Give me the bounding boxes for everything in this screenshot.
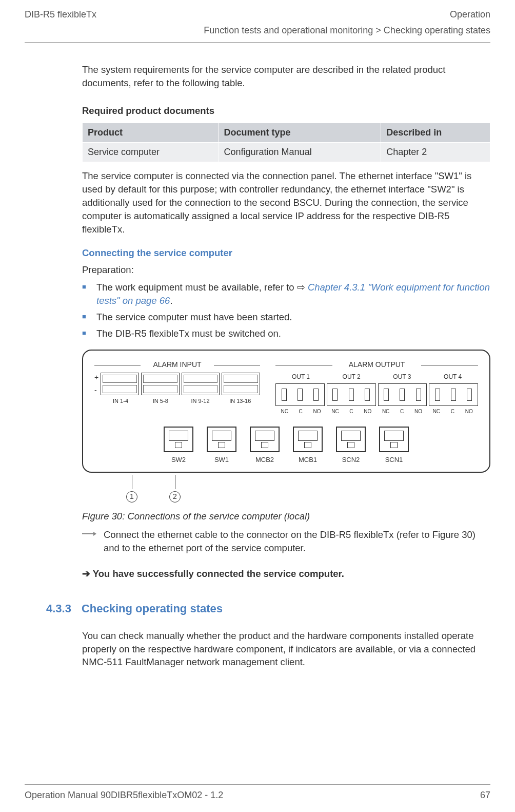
- relay-label: NC: [281, 408, 288, 415]
- port-label: MCB1: [299, 456, 317, 463]
- section-heading-433: 4.3.3 Checking operating states: [46, 601, 490, 617]
- alarm-output-label: ALARM OUTPUT: [275, 360, 478, 370]
- callout-2: 2: [160, 475, 190, 502]
- table-row: Service computer Configuration Manual Ch…: [83, 142, 490, 162]
- relay-label: NO: [364, 408, 371, 415]
- in-label: IN 5-8: [141, 397, 181, 405]
- list-item: The work equipment must be available, re…: [82, 281, 490, 307]
- out-label: OUT 3: [393, 373, 411, 381]
- callout-number: 2: [169, 491, 181, 502]
- rj45-icon: [293, 427, 323, 452]
- list-item: The service computer must have been star…: [82, 311, 490, 324]
- relay-block: [429, 383, 478, 406]
- header-right: Operation: [450, 9, 490, 20]
- relay-label: C: [400, 408, 404, 415]
- relay-block: [275, 383, 325, 406]
- arrow-right-icon: [82, 528, 96, 555]
- bullet-text-post: .: [170, 295, 172, 306]
- figure-caption: Figure 30: Connections of the service co…: [82, 510, 490, 523]
- table-cell: Service computer: [83, 142, 219, 162]
- table-cell: Configuration Manual: [219, 142, 381, 162]
- port-label: SCN1: [385, 456, 403, 463]
- terminal-block: [141, 373, 180, 395]
- terminal-block: [182, 373, 220, 395]
- connection-panel-diagram: ALARM INPUT + - IN 1-: [82, 350, 490, 473]
- section-433-paragraph: You can check manually whether the produ…: [82, 629, 490, 669]
- in-label: IN 13-16: [220, 397, 260, 405]
- port-label: SCN2: [342, 456, 360, 463]
- plus-label: +: [94, 373, 98, 383]
- table-header: Described in: [381, 123, 490, 142]
- port-label: SW1: [214, 456, 229, 463]
- port-mcb2: MCB2: [250, 427, 280, 465]
- table-header: Product: [83, 123, 219, 142]
- callout-1: 1: [117, 475, 147, 502]
- relay-label: NC: [382, 408, 389, 415]
- preparation-list: The work equipment must be available, re…: [82, 281, 490, 340]
- in-label: IN 1-4: [101, 397, 141, 405]
- list-item: The DIB-R5 flexibleTx must be switched o…: [82, 327, 490, 340]
- intro-paragraph: The system requirements for the service …: [82, 63, 490, 90]
- table-cell: Chapter 2: [381, 142, 490, 162]
- required-docs-table: Product Document type Described in Servi…: [82, 123, 490, 162]
- relay-label: C: [451, 408, 454, 415]
- callout-number: 1: [126, 491, 137, 502]
- relay-label: NO: [465, 408, 473, 415]
- port-scn2: SCN2: [336, 427, 366, 465]
- connection-paragraph: The service computer is connected via th…: [82, 169, 490, 236]
- section-number: 4.3.3: [46, 601, 71, 617]
- port-label: MCB2: [255, 456, 274, 463]
- relay-label: NO: [313, 408, 321, 415]
- port-scn1: SCN1: [379, 427, 409, 465]
- port-mcb1: MCB1: [293, 427, 323, 465]
- alarm-input-label: ALARM INPUT: [94, 360, 260, 370]
- result-text: ➔ You have successfully connected the se…: [82, 567, 490, 581]
- preparation-label: Preparation:: [82, 263, 490, 277]
- rj45-icon: [379, 427, 409, 452]
- relay-label: NC: [433, 408, 440, 415]
- reference-icon: ⇨: [297, 282, 308, 293]
- footer-left: Operation Manual 90DIBR5flexibleTxOM02 -…: [25, 790, 223, 801]
- out-label: OUT 2: [343, 373, 361, 381]
- section-title: Checking operating states: [82, 601, 223, 617]
- relay-label: NC: [331, 408, 339, 415]
- rj45-icon: [250, 427, 280, 452]
- breadcrumb: Function tests and operational monitorin…: [0, 23, 515, 42]
- port-label: SW2: [171, 456, 186, 463]
- main-content: The system requirements for the service …: [0, 43, 515, 669]
- port-sw2: SW2: [164, 427, 193, 465]
- rj45-icon: [336, 427, 366, 452]
- in-label: IN 9-12: [181, 397, 221, 405]
- page-footer: Operation Manual 90DIBR5flexibleTxOM02 -…: [25, 784, 490, 801]
- instruction-step: Connect the ethernet cable to the connec…: [82, 528, 490, 555]
- minus-label: -: [94, 385, 98, 396]
- relay-block: [327, 383, 376, 406]
- rj45-icon: [207, 427, 236, 452]
- step-text: Connect the ethernet cable to the connec…: [104, 528, 490, 555]
- relay-label: NO: [414, 408, 422, 415]
- port-sw1: SW1: [207, 427, 236, 465]
- header-left: DIB-R5 flexibleTx: [25, 9, 96, 20]
- relay-label: C: [299, 408, 303, 415]
- terminal-block: [101, 373, 139, 395]
- terminal-block: [222, 373, 260, 395]
- page-header: DIB-R5 flexibleTx Operation: [0, 0, 515, 23]
- footer-page-number: 67: [480, 790, 490, 801]
- required-docs-title: Required product documents: [82, 104, 490, 118]
- relay-label: C: [349, 408, 353, 415]
- relay-block: [378, 383, 427, 406]
- svg-marker-1: [93, 532, 96, 536]
- out-label: OUT 4: [444, 373, 462, 381]
- out-label: OUT 1: [292, 373, 310, 381]
- table-header: Document type: [219, 123, 381, 142]
- rj45-icon: [164, 427, 193, 452]
- connecting-heading: Connecting the service computer: [82, 246, 490, 260]
- bullet-text-pre: The work equipment must be available, re…: [96, 282, 297, 293]
